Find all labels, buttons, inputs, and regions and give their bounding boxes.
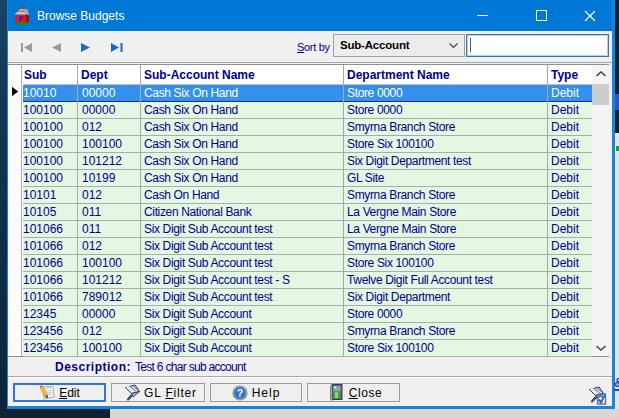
svg-text:F: F <box>18 14 23 23</box>
svg-text:?: ? <box>236 386 242 398</box>
